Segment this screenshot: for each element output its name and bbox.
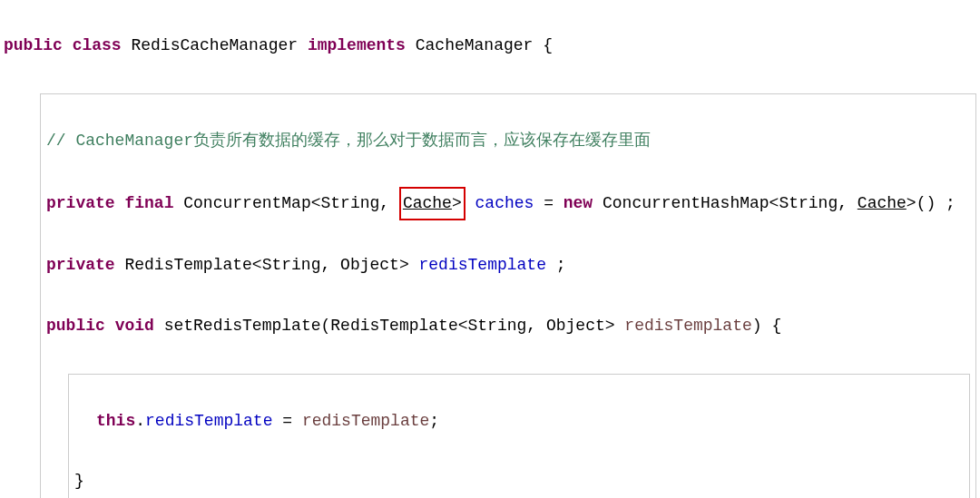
highlight-box: Cache> <box>399 187 466 220</box>
method-setter: public void setRedisTemplate(RedisTempla… <box>46 311 970 341</box>
brace-close: } <box>74 466 964 496</box>
setter-body: this.redisTemplate = redisTemplate; } @O… <box>68 374 970 498</box>
class-declaration: public class RedisCacheManager implement… <box>4 31 976 61</box>
field-redistemplate: private RedisTemplate<String, Object> re… <box>46 250 970 280</box>
field-caches: private final ConcurrentMap<String, Cach… <box>46 187 970 220</box>
assign-line: this.redisTemplate = redisTemplate; <box>74 406 964 436</box>
class-body: // CacheManager负责所有数据的缓存，那么对于数据而言，应该保存在缓… <box>40 93 976 498</box>
comment-line: // CacheManager负责所有数据的缓存，那么对于数据而言，应该保存在缓… <box>46 126 970 156</box>
code-block: public class RedisCacheManager implement… <box>0 0 980 498</box>
